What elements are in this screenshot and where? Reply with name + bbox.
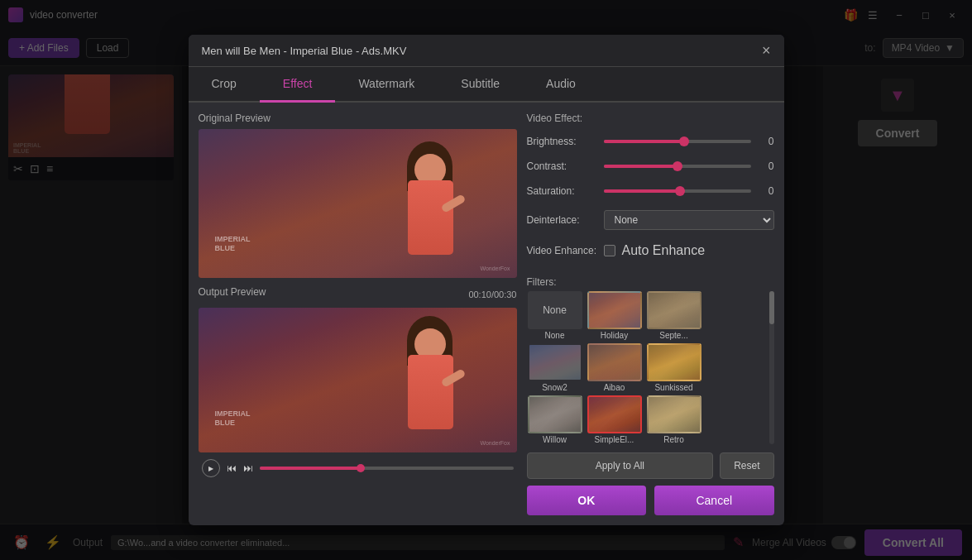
apply-all-button[interactable]: Apply to All [527,452,714,479]
brightness-fill [604,140,685,143]
saturation-thumb [675,186,685,196]
filter-snow2[interactable]: Snow2 [527,343,583,392]
contrast-label: Contrast: [527,160,597,172]
brightness-thumb [679,136,689,146]
modal-body: Original Preview IMPERIALBLUE WonderFox [189,103,784,525]
watermark-orig: WonderFox [480,266,510,271]
filter-sunkissed[interactable]: Sunkissed [646,343,702,392]
filter-simpleel[interactable]: SimpleEl... [587,395,643,444]
imperial-logo-orig: IMPERIALBLUE [215,235,251,253]
filter-simpleel-thumb [587,395,642,433]
filter-sunkissed-label: Sunkissed [654,383,692,392]
filter-retro-label: Retro [663,435,683,444]
filter-septe[interactable]: Septe... [646,291,702,340]
saturation-fill [604,189,681,193]
body-out [408,355,453,429]
prev-frame-button[interactable]: ⏮ [227,462,237,474]
filter-aibao-thumb [587,343,642,381]
filter-aibao[interactable]: Aibao [587,343,643,392]
saturation-slider[interactable] [604,189,751,193]
saturation-value: 0 [758,185,774,197]
contrast-thumb [673,161,682,171]
woman-figure-out [393,320,467,452]
next-frame-button[interactable]: ⏭ [243,462,253,474]
tab-crop[interactable]: Crop [189,67,260,103]
modal-close-button[interactable]: × [762,43,771,58]
imperial-logo-out: IMPERIALBLUE [215,409,251,428]
filters-scrollbar[interactable] [769,291,774,444]
filter-willow-label: Willow [543,435,567,444]
filter-actions: Apply to All Reset [527,452,774,479]
filter-retro[interactable]: Retro [646,395,702,444]
deinterlace-select[interactable]: None Bob Weave Discard [604,210,774,230]
play-button[interactable]: ▶ [202,459,220,477]
original-preview-video: IMPERIALBLUE WonderFox [199,129,517,278]
brightness-row: Brightness: 0 [527,136,774,147]
output-preview-label: Output Preview [199,286,266,298]
filters-grid-wrap: None None Ho [527,291,774,444]
video-effect-label: Video Effect: [527,112,774,124]
saturation-label: Saturation: [527,185,597,197]
woman-figure-orig [393,146,467,278]
modal-actions: OK Cancel [527,486,774,515]
filter-holiday-thumb [587,291,642,329]
filters-label: Filters: [527,276,774,288]
video-enhance-row: Video Enhance: Auto Enhance [527,243,774,258]
filter-holiday[interactable]: Holiday [587,291,643,340]
filter-snow2-thumb [528,343,582,381]
filter-aibao-label: Aibao [604,383,625,392]
filter-none[interactable]: None None [527,291,583,340]
auto-enhance-text: Auto Enhance [622,243,706,258]
contrast-row: Contrast: 0 [527,160,774,172]
reset-button[interactable]: Reset [720,452,773,479]
filter-willow-thumb [528,395,582,433]
auto-enhance-row: Auto Enhance [604,243,706,258]
output-preview-header: Output Preview 00:10/00:30 [199,286,517,303]
progress-thumb [357,464,365,472]
video-enhance-label: Video Enhance: [527,245,597,256]
plane-bg [199,129,517,278]
deinterlace-dropdown-wrap: None Bob Weave Discard [604,210,774,230]
progress-bar[interactable] [260,467,514,470]
modal-title-bar: Men will Be Men - Imperial Blue - Ads.MK… [189,35,784,67]
filters-scrollbar-thumb [769,291,774,324]
contrast-slider[interactable] [604,165,751,168]
ok-button[interactable]: OK [527,486,647,515]
tab-watermark[interactable]: Watermark [335,67,438,103]
filter-retro-thumb [647,395,701,433]
tab-audio[interactable]: Audio [523,67,599,103]
brightness-value: 0 [758,136,774,147]
filter-none-label: None [545,331,565,340]
output-scene: IMPERIALBLUE WonderFox [199,308,517,452]
filter-holiday-label: Holiday [601,331,628,340]
modal-dialog: Men will Be Men - Imperial Blue - Ads.MK… [189,35,784,525]
filters-grid: None None Ho [527,291,766,444]
contrast-value: 0 [758,160,774,172]
tab-effect[interactable]: Effect [260,67,336,103]
progress-fill [260,467,362,470]
output-preview-video: IMPERIALBLUE WonderFox [199,308,517,452]
brightness-slider[interactable] [604,140,751,143]
cancel-button[interactable]: Cancel [654,486,774,515]
plane-bg-out [199,308,517,452]
original-preview-label: Original Preview [199,112,517,124]
watermark-out: WonderFox [480,440,510,446]
preview-timestamp: 00:10/00:30 [468,290,516,299]
filter-septe-thumb [647,291,701,329]
filter-sunkissed-thumb [647,343,701,381]
modal-overlay: Men will Be Men - Imperial Blue - Ads.MK… [0,0,972,560]
deinterlace-row: Deinterlace: None Bob Weave Discard [527,210,774,230]
brightness-label: Brightness: [527,136,597,147]
filter-simpleel-label: SimpleEl... [595,435,634,444]
tab-subtitle[interactable]: Subtitle [438,67,523,103]
saturation-row: Saturation: 0 [527,185,774,197]
filter-snow2-label: Snow2 [542,383,567,392]
auto-enhance-checkbox[interactable] [604,245,615,256]
filter-none-thumb: None [528,291,582,329]
original-scene: IMPERIALBLUE WonderFox [199,129,517,278]
filter-willow[interactable]: Willow [527,395,583,444]
modal-tabs: Crop Effect Watermark Subtitle Audio [189,67,784,103]
body-orig [408,180,453,255]
filters-section: Filters: None None [527,276,774,515]
contrast-fill [604,165,678,168]
